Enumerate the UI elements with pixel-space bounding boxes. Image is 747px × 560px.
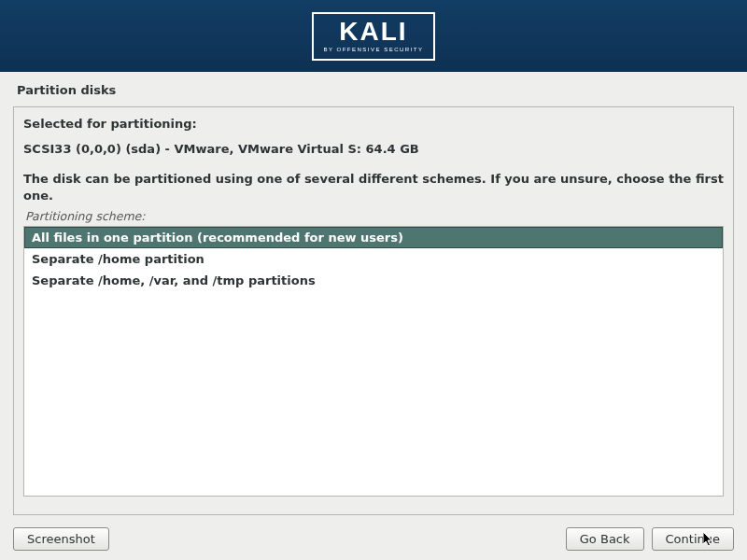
partition-panel: Selected for partitioning: SCSI33 (0,0,0… xyxy=(13,106,734,515)
logo-sub-text: BY OFFENSIVE SECURITY xyxy=(323,47,423,52)
button-bar: Screenshot Go Back Continue xyxy=(0,518,747,560)
scheme-option-home-var-tmp[interactable]: Separate /home, /var, and /tmp partition… xyxy=(24,270,723,291)
continue-button[interactable]: Continue xyxy=(652,527,734,551)
scheme-option-all-one[interactable]: All files in one partition (recommended … xyxy=(24,227,723,248)
selected-heading: Selected for partitioning: xyxy=(23,117,724,131)
scheme-option-home[interactable]: Separate /home partition xyxy=(24,248,723,270)
kali-logo: KALI BY OFFENSIVE SECURITY xyxy=(312,12,434,61)
partitioning-scheme-list[interactable]: All files in one partition (recommended … xyxy=(23,226,724,497)
page-title: Partition disks xyxy=(0,72,747,106)
scheme-description: The disk can be partitioned using one of… xyxy=(23,171,724,203)
scheme-field-label: Partitioning scheme: xyxy=(25,209,724,223)
screenshot-button[interactable]: Screenshot xyxy=(13,527,109,551)
go-back-button[interactable]: Go Back xyxy=(566,527,644,551)
installer-header: KALI BY OFFENSIVE SECURITY xyxy=(0,0,747,72)
logo-main-text: KALI xyxy=(323,19,423,45)
selected-disk: SCSI33 (0,0,0) (sda) - VMware, VMware Vi… xyxy=(23,142,724,156)
